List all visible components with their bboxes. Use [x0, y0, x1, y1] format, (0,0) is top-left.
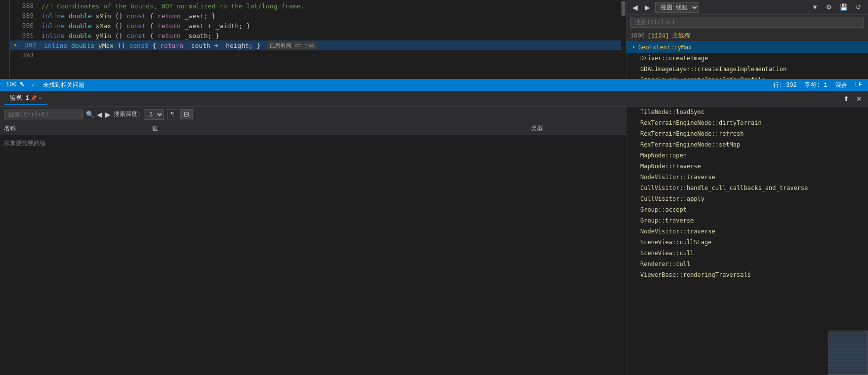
- call-stack-item-19[interactable]: Group::accept: [626, 204, 868, 215]
- frame-name-13: RexTerrainEngineNode::setMap: [640, 141, 740, 148]
- thumbnail-content: [829, 331, 868, 375]
- code-line-393: 393: [10, 50, 626, 60]
- call-stack-item-3[interactable]: ImageLayer::createImageInKeyProfile: [626, 75, 868, 79]
- line-number: 388: [14, 2, 34, 10]
- watch-toggle-button[interactable]: ¶: [167, 109, 177, 119]
- call-stack-item-14[interactable]: MapNode::open: [626, 150, 868, 161]
- code-line-388: 388 //! Coordinates of the bounds, NOT n…: [10, 1, 626, 11]
- settings-button[interactable]: ⚙: [823, 2, 835, 12]
- filter-button[interactable]: ▼: [809, 2, 821, 12]
- call-stack-item-18[interactable]: CullVisitor::apply: [626, 193, 868, 204]
- watch-col-name-header: 名称: [0, 124, 148, 133]
- line-number: 389: [14, 12, 34, 20]
- mini-thumbnail: [828, 331, 868, 375]
- call-stack-search-input[interactable]: [630, 17, 864, 28]
- watch-tab-pin-icon[interactable]: 📌: [31, 95, 37, 101]
- line-content: inline double yMax () const { return _so…: [44, 42, 260, 49]
- frame-name-11: RexTerrainEngineNode::dirtyTerrain: [640, 119, 762, 126]
- call-stack-item-25[interactable]: ViewerBase::renderingTraversals: [626, 269, 868, 280]
- panel-close-button[interactable]: ✕: [854, 94, 864, 104]
- thread-label-row: 1006 [1124] 主线程: [626, 30, 868, 42]
- panel-expand-button[interactable]: ⬆: [841, 94, 851, 104]
- watch-table-header: 名称 值 类型: [0, 122, 626, 135]
- frame-name-22: SceneView::cullStage: [640, 239, 712, 246]
- frame-name-2: GDALImageLayer::createImageImplementatio…: [640, 66, 786, 73]
- line-ending-info: LF: [855, 81, 862, 88]
- refresh-button[interactable]: ↺: [853, 2, 864, 12]
- editor-vscrollbar[interactable]: [621, 0, 626, 79]
- call-stack-item-21[interactable]: NodeVisitor::traverse: [626, 226, 868, 237]
- time-badge: 已用时间 <= 1ms: [267, 41, 317, 50]
- watch-toolbar: 🔍 ◀ ▶ 搜索深度: 3 ¶ ⊟: [0, 107, 626, 122]
- current-line-indicator: ➤: [14, 42, 17, 49]
- call-stack-item-12[interactable]: RexTerrainEngineNode::refresh: [626, 128, 868, 139]
- status-bar: 100 % ✓ 未找到相关问题 行: 392 字符: 1 混合 LF: [0, 79, 868, 91]
- line-info: 行: 392: [773, 81, 797, 89]
- depth-select[interactable]: 3: [144, 109, 164, 120]
- line-content: inline double xMax () const { return _we…: [41, 22, 250, 30]
- watch-tab-label: 监视 1: [10, 94, 29, 102]
- watch-tab-close-icon[interactable]: ✕: [39, 95, 41, 101]
- status-message: 未找到相关问题: [43, 81, 84, 89]
- code-line-392: ➤ 392 inline double yMax () const { retu…: [10, 40, 626, 50]
- call-stack-item-1[interactable]: Driver::createImage: [626, 53, 868, 64]
- call-stack-item-10[interactable]: TileNode::loadSync: [626, 107, 868, 117]
- watch-main: 🔍 ◀ ▶ 搜索深度: 3 ¶ ⊟ 名称 值 类型: [0, 107, 626, 375]
- frame-name-25: ViewerBase::renderingTraversals: [640, 271, 751, 278]
- call-stack-item-13[interactable]: RexTerrainEngineNode::setMap: [626, 139, 868, 150]
- thread-id: 1006: [630, 33, 645, 39]
- active-frame-icon: ➤: [632, 44, 635, 50]
- call-stack-item-23[interactable]: SceneView::cull: [626, 248, 868, 259]
- call-stack-item-15[interactable]: MapNode::traverse: [626, 161, 868, 172]
- nav-back-button[interactable]: ◀: [630, 2, 640, 12]
- frame-name-24: Renderer::cull: [640, 261, 690, 267]
- watch-collapse-button[interactable]: ⊟: [180, 109, 193, 119]
- watch-col-type-header: 类型: [527, 124, 626, 133]
- view-select[interactable]: 视图: 线程: [655, 2, 699, 13]
- line-number: 390: [14, 22, 34, 30]
- watch-search-button[interactable]: 🔍: [86, 111, 94, 118]
- frame-name-14: MapNode::open: [640, 152, 687, 159]
- char-info: 字符: 1: [805, 81, 827, 89]
- code-editor[interactable]: 388 //! Coordinates of the bounds, NOT n…: [10, 0, 626, 79]
- frame-name-21: NodeVisitor::traverse: [640, 228, 715, 235]
- frame-name-17: CullVisitor::handle_cull_callbacks_and_t…: [640, 185, 808, 191]
- watch-nav-forward-button[interactable]: ▶: [105, 111, 111, 118]
- thread-name: [1124] 主线程: [648, 32, 690, 40]
- line-content: inline double xMin () const { return _we…: [41, 12, 215, 20]
- panel-controls: ⬆ ✕: [841, 94, 864, 104]
- code-line-391: 391 inline double yMin () const { return…: [10, 31, 626, 40]
- watch-nav-back-button[interactable]: ◀: [97, 111, 102, 118]
- code-lines: 388 //! Coordinates of the bounds, NOT n…: [10, 0, 626, 61]
- call-stack-item-17[interactable]: CullVisitor::handle_cull_callbacks_and_t…: [626, 183, 868, 193]
- call-stack-item-0[interactable]: ➤ GeoExtent::yMax: [626, 42, 868, 53]
- frame-name-1: Driver::createImage: [640, 55, 708, 62]
- call-stack-item-11[interactable]: RexTerrainEngineNode::dirtyTerrain: [626, 117, 868, 128]
- frame-name-18: CullVisitor::apply: [640, 195, 704, 202]
- save-button[interactable]: 💾: [837, 2, 851, 12]
- nav-forward-button[interactable]: ▶: [643, 2, 652, 12]
- call-stack-list[interactable]: ➤ GeoExtent::yMax Driver::createImage GD…: [626, 42, 868, 79]
- watch-empty-area[interactable]: 添加要监视的项: [0, 135, 626, 375]
- frame-name-12: RexTerrainEngineNode::refresh: [640, 130, 744, 137]
- call-stack-item-2[interactable]: GDALImageLayer::createImageImplementatio…: [626, 64, 868, 75]
- frame-name-23: SceneView::cull: [640, 250, 694, 257]
- watch-empty-text: 添加要监视的项: [4, 140, 45, 147]
- call-stack-right-panel: TileNode::loadSync RexTerrainEngineNode:…: [626, 107, 868, 375]
- line-content: //! Coordinates of the bounds, NOT norma…: [41, 2, 304, 10]
- frame-name-19: Group::accept: [640, 206, 687, 213]
- call-stack-item-16[interactable]: NodeVisitor::traverse: [626, 172, 868, 183]
- call-stack-item-24[interactable]: Renderer::cull: [626, 259, 868, 269]
- line-number: 393: [14, 52, 34, 59]
- watch-tab[interactable]: 监视 1 📌 ✕: [4, 92, 47, 105]
- call-stack-item-22[interactable]: SceneView::cullStage: [626, 237, 868, 248]
- code-line-390: 390 inline double xMax () const { return…: [10, 21, 626, 31]
- code-line-389: 389 inline double xMin () const { return…: [10, 11, 626, 21]
- left-gutter: [0, 0, 10, 79]
- line-number: 391: [14, 32, 34, 39]
- call-stack-item-20[interactable]: Group::traverse: [626, 215, 868, 226]
- watch-search-input[interactable]: [4, 110, 83, 119]
- call-stack-header: ◀ ▶ 视图: 线程 ▼ ⚙ 💾 ↺: [626, 0, 868, 15]
- zoom-level[interactable]: 100 %: [6, 81, 24, 88]
- watch-col-value-header: 值: [148, 124, 527, 133]
